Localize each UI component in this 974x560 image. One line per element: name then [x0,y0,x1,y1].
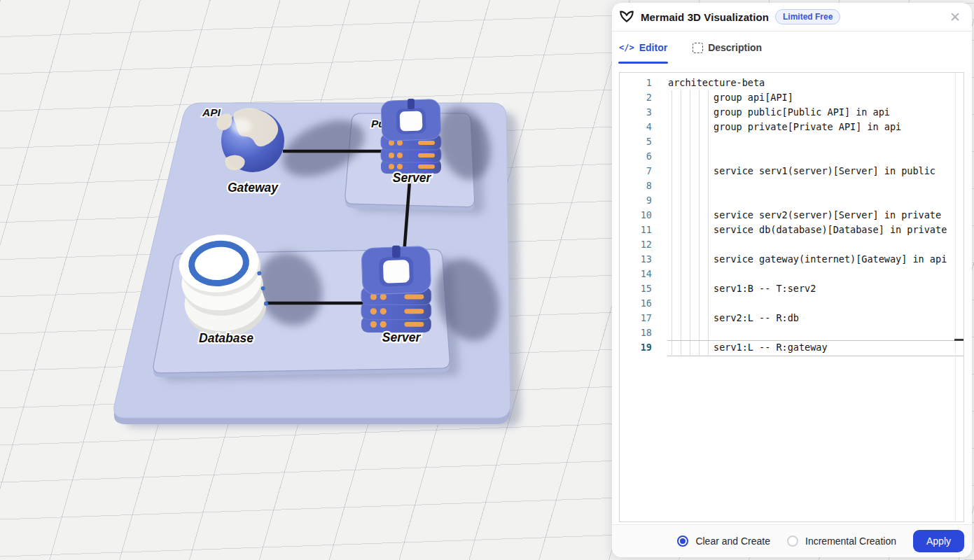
line-number: 8 [620,178,652,193]
panel-header: Mermaid 3D Visualization Limited Free ✕ [612,3,972,31]
line-number: 14 [620,267,652,281]
apply-button[interactable]: Apply [913,530,964,552]
indent-guide [699,90,700,355]
line-text: service serv1(server)[Server] in public [652,164,935,178]
line-text: serv1:B -- T:serv2 [652,281,816,296]
panel-title: Mermaid 3D Visualization [641,11,769,23]
app-window: API Public API Private API [0,0,974,560]
node-server1[interactable] [381,99,441,174]
code-editor[interactable]: 1architecture-beta 2 group api[API] 3 gr… [619,72,964,522]
close-icon[interactable]: ✕ [948,9,962,25]
line-text [652,193,668,208]
node-server2[interactable] [361,246,431,332]
line-number: 17 [620,311,652,326]
line-text: architecture-beta [652,76,765,90]
limited-free-badge: Limited Free [775,9,840,24]
indent-guide [690,90,690,355]
line-number: 16 [620,296,652,311]
node-label-server1: Server [393,171,432,185]
line-text: group api[API] [652,90,793,105]
line-text: serv2:L -- R:db [652,311,799,326]
indent-guide [708,90,709,355]
panel-footer: Clear and Create Incremental Creation Ap… [612,524,972,557]
selection-box-icon [693,43,703,53]
cursor-position-marker [954,339,963,341]
line-text: service gateway(internet)[Gateway] in ap… [652,252,947,267]
code-area[interactable]: 1architecture-beta 2 group api[API] 3 gr… [620,73,963,355]
code-icon: </> [619,43,634,52]
line-number: 2 [620,90,652,105]
mermaid-logo-icon [619,9,634,24]
line-number: 10 [620,208,652,223]
line-number: 1 [620,76,652,90]
node-label-gateway: Gateway [228,181,279,195]
line-text [652,178,668,193]
indent-guide [681,90,681,355]
mermaid-panel: Mermaid 3D Visualization Limited Free ✕ … [612,3,972,557]
architecture-diagram: API Public API Private API [0,0,613,560]
line-text [652,267,668,281]
line-number: 5 [620,134,652,149]
line-text: service serv2(server)[Server] in private [652,208,941,223]
line-text [652,237,668,252]
line-number: 12 [620,237,652,252]
line-number: 7 [620,164,652,178]
tab-bar: </> Editor Description [612,31,972,64]
editor-scrollbar[interactable] [955,73,956,522]
tab-editor-label: Editor [639,42,667,53]
indent-guide [672,90,672,355]
line-text [652,326,668,340]
line-text: group public[Public API] in api [652,105,890,120]
tab-description[interactable]: Description [693,31,762,64]
radio-incremental-creation[interactable] [787,536,798,547]
radio-clear-and-create[interactable] [677,536,688,547]
line-text [652,296,668,311]
radio-clear-label[interactable]: Clear and Create [695,536,770,547]
node-label-server2: Server [382,330,422,344]
tab-editor[interactable]: </> Editor [619,31,667,64]
globe-highlight [230,118,251,134]
line-number: 11 [620,223,652,237]
line-number: 9 [620,193,652,208]
line-text [652,134,668,149]
line-number: 13 [620,252,652,267]
code-line: 1architecture-beta [620,76,963,90]
line-number: 18 [620,326,652,340]
line-number: 6 [620,149,652,164]
line-number: 3 [620,105,652,120]
line-text: service db(database)[Database] in privat… [652,223,947,237]
node-gateway-globe[interactable] [216,108,284,172]
line-number: 4 [620,120,652,134]
current-line-highlight [667,340,963,356]
line-number: 15 [620,281,652,296]
group-label-api: API [202,106,221,118]
line-text [652,149,668,164]
tab-description-label: Description [708,42,762,53]
radio-incremental-label[interactable]: Incremental Creation [805,536,896,547]
line-number: 19 [620,340,652,355]
node-label-database: Database [199,331,253,345]
